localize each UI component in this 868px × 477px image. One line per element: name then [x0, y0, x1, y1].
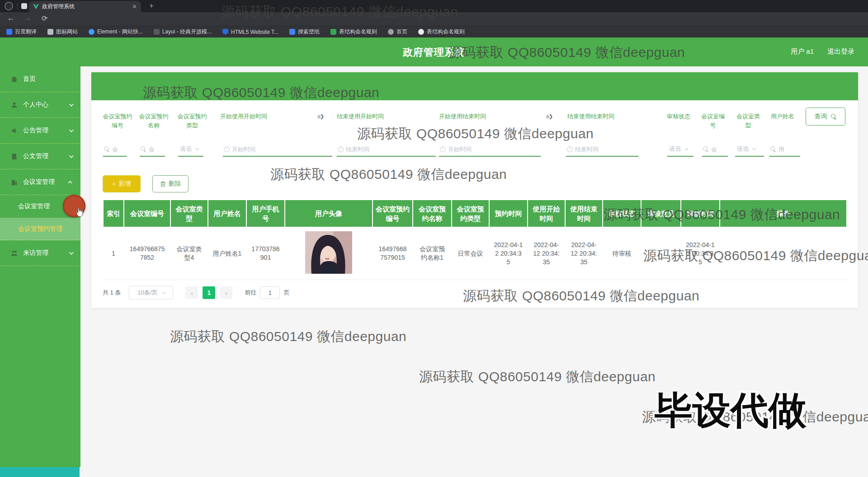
tab-close-icon[interactable]: ✕	[132, 4, 137, 9]
cell-room-type: 会议室类型4	[170, 227, 208, 280]
current-user[interactable]: 用户 a1	[791, 47, 814, 56]
start-use-end-time-input-wrap	[439, 142, 541, 157]
current-page-button[interactable]: 1	[203, 286, 215, 299]
rules-icon	[330, 29, 336, 35]
delete-button[interactable]: 删除	[152, 175, 189, 192]
browser-logo-icon[interactable]	[5, 2, 13, 10]
end-use-end-time-input[interactable]	[566, 142, 638, 157]
meeting-room-icon	[11, 179, 18, 186]
start-use-start-time-input[interactable]	[223, 142, 332, 157]
bookmark-item[interactable]: Element - 网站快...	[89, 28, 143, 36]
bookmark-item[interactable]: 百度翻译	[6, 28, 37, 36]
col-header: 会议室预约名称	[413, 200, 452, 227]
watermark-text: 源码获取 QQ86050149 微信deepguan	[419, 368, 656, 386]
table-header-row: 索引 会议室编号 会议室类型 用户姓名 用户手机号 用户头像 会议室预约编号 会…	[103, 200, 847, 227]
visitor-icon	[11, 250, 18, 257]
pagination: 共 1 条 10条/页 ‹ 1 › 前往 页	[103, 286, 289, 299]
bookmark-item[interactable]: Layui - 经典开源模...	[154, 28, 212, 36]
start-use-end-time-input[interactable]	[439, 142, 541, 157]
tab-separator	[17, 3, 18, 9]
bookmark-item[interactable]: 表结构命名规则	[418, 28, 465, 36]
sidebar-item-documents[interactable]: 公文管理	[0, 144, 80, 169]
end-use-start-time-input[interactable]	[337, 142, 436, 157]
chevron-up-icon	[68, 180, 72, 185]
col-header: 用户姓名	[208, 200, 246, 227]
booking-type-select[interactable]: 请选	[178, 142, 203, 157]
browser-tab[interactable]: 政府管理系统 ✕	[29, 1, 141, 12]
goto-page-input[interactable]	[260, 286, 280, 299]
clock-icon	[440, 146, 446, 152]
sidebar-item-announcement[interactable]: 公告管理	[0, 118, 80, 144]
bookmark-item[interactable]: 搜索壁纸	[289, 28, 320, 36]
booking-no-input-wrap	[103, 142, 127, 157]
sidebar: 首页 个人中心 公告管理 公文管理 会议室管理 会议室管理 会议室预约管理 来访…	[0, 66, 80, 467]
reload-icon[interactable]: ⟳	[42, 14, 47, 23]
cell-user-avatar	[285, 227, 373, 280]
sidebar-item-home[interactable]: 首页	[0, 66, 80, 92]
sidebar-subitem-meeting-room-booking[interactable]: 会议室预约管理	[0, 218, 80, 240]
bookmark-item[interactable]: 表结构命名规则	[330, 28, 377, 36]
tab-title: 政府管理系统	[42, 3, 129, 10]
clock-icon	[224, 146, 230, 152]
html5-icon	[222, 29, 228, 35]
col-header: 审核状态	[603, 200, 641, 227]
element-icon	[89, 29, 94, 35]
announcement-icon	[11, 127, 18, 134]
content-banner	[91, 72, 858, 100]
col-header: 预约时间	[489, 200, 528, 227]
filter-label: 开始使用结束时间	[439, 112, 486, 121]
clock-icon	[567, 146, 573, 152]
pinned-tab-favicon[interactable]	[21, 3, 27, 9]
booking-name-input-wrap	[140, 142, 165, 157]
col-header: 会议室类型	[170, 200, 208, 227]
filter-label: 会议室预约类型	[177, 112, 207, 130]
back-icon[interactable]: ←	[7, 14, 14, 22]
search-icon	[831, 114, 837, 120]
sidebar-item-visitors[interactable]: 来访管理	[0, 240, 80, 266]
table-row: 1 16497668757852 会议室类型4 用户姓名1 1770378690…	[103, 227, 847, 280]
cell-use-start-time: 2022-04-12 20:34:35	[528, 227, 565, 280]
next-page-button[interactable]: ›	[220, 286, 232, 299]
room-type-select[interactable]: 请选	[735, 142, 764, 157]
page-title: 政府管理系统	[0, 46, 868, 59]
search-icon	[703, 146, 709, 152]
cell-user-phone: 17703786901	[246, 227, 285, 280]
query-button[interactable]: 查询	[806, 108, 845, 126]
cell-booking-time: 2022-04-12 20:34:35	[489, 227, 528, 280]
folder-icon	[47, 29, 53, 35]
chevron-down-icon	[162, 290, 166, 294]
bookmark-item[interactable]: 图标网站	[47, 28, 78, 36]
bottom-teal-strip	[0, 467, 80, 477]
chevron-down-icon	[69, 250, 74, 255]
user-avatar-image[interactable]	[305, 231, 352, 274]
col-header: 使用结束时间	[565, 200, 603, 227]
col-header: 审核时间	[681, 200, 720, 227]
col-header: 会议室预约编号	[373, 200, 413, 227]
bookmark-item[interactable]: HTML5 Website T...	[222, 29, 278, 35]
bookmark-item[interactable]: 首页	[388, 28, 407, 36]
user-icon	[11, 102, 18, 108]
click-highlight-cursor	[63, 195, 85, 217]
logout-link[interactable]: 退出登录	[827, 47, 854, 56]
page-size-select[interactable]: 10条/页	[129, 286, 173, 299]
hand-cursor-icon	[75, 207, 85, 217]
add-button[interactable]: + 新增	[103, 175, 141, 192]
col-header: 用户手机号	[246, 200, 285, 227]
cell-use-end-time: 2022-04-12 20:34:35	[565, 227, 603, 280]
new-tab-icon[interactable]: +	[149, 1, 154, 10]
content-card: 会议室预约编号 会议室预约名称 会议室预约类型 开始使用开始时间 =》 结束使用…	[91, 72, 858, 308]
col-header: 用户头像	[285, 200, 373, 227]
sidebar-item-meeting-room[interactable]: 会议室管理	[0, 169, 80, 195]
wallpaper-icon	[289, 29, 295, 35]
filter-label: 会议室编号	[698, 112, 727, 130]
document-icon	[11, 153, 18, 160]
cell-booking-type: 日常会议	[452, 227, 489, 280]
prev-page-button[interactable]: ‹	[185, 286, 198, 299]
sidebar-item-personal-center[interactable]: 个人中心	[0, 92, 80, 118]
rules2-icon	[418, 29, 424, 35]
forward-icon[interactable]: →	[24, 14, 32, 22]
audit-status-select[interactable]: 请选	[667, 142, 693, 157]
bookmarks-bar: 百度翻译 图标网站 Element - 网站快... Layui - 经典开源模…	[0, 26, 868, 37]
col-header: 会议室编号	[124, 200, 170, 227]
home-icon	[11, 76, 18, 83]
